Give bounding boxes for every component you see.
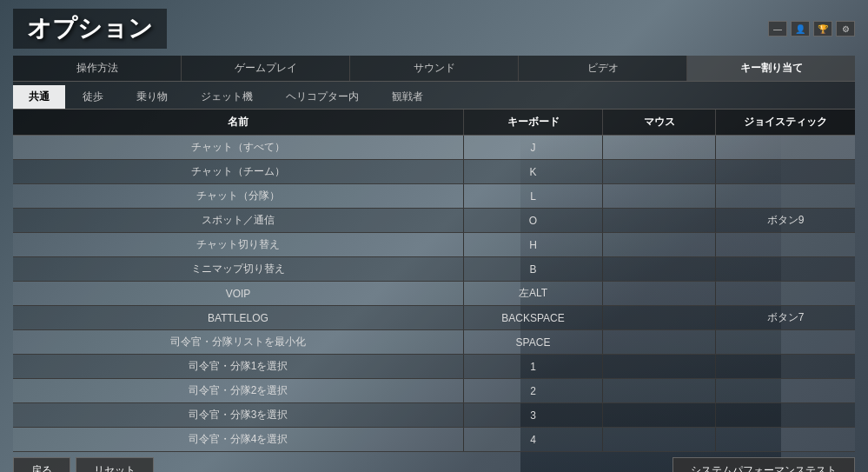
cell-keyboard[interactable]: 2 (464, 379, 603, 402)
cell-joystick[interactable] (716, 330, 855, 354)
cell-name: 司令官・分隊4を選択 (13, 428, 464, 451)
main-tabs: 操作方法 ゲームプレイ サウンド ビデオ キー割り当て (13, 56, 855, 82)
cell-mouse[interactable] (603, 428, 716, 451)
header-mouse: マウス (603, 110, 716, 135)
cell-name: チャット（すべて） (13, 136, 464, 159)
table-row[interactable]: 司令官・分隊リストを最小化 SPACE (13, 330, 855, 355)
cell-name: VOIP (13, 282, 464, 305)
cell-mouse[interactable] (603, 330, 716, 354)
subtab-jet[interactable]: ジェット機 (185, 85, 268, 109)
cell-joystick[interactable] (716, 379, 855, 402)
subtab-spectator[interactable]: 観戦者 (376, 85, 439, 109)
header-joystick: ジョイスティック (716, 110, 855, 135)
tab-sound[interactable]: サウンド (350, 56, 519, 81)
subtab-common[interactable]: 共通 (13, 85, 65, 109)
cell-keyboard[interactable]: K (464, 160, 603, 183)
cell-mouse[interactable] (603, 209, 716, 232)
sub-tabs: 共通 徒歩 乗り物 ジェット機 ヘリコプター内 観戦者 (13, 82, 855, 110)
cell-mouse[interactable] (603, 282, 716, 305)
table-row[interactable]: チャット（チーム） K (13, 160, 855, 184)
cell-mouse[interactable] (603, 136, 716, 159)
window-controls: — 👤 🏆 ⚙ (768, 21, 855, 37)
cell-joystick[interactable]: ボタン9 (716, 209, 855, 232)
table-row[interactable]: 司令官・分隊3を選択 3 (13, 403, 855, 428)
cell-keyboard[interactable]: L (464, 184, 603, 208)
performance-test-button[interactable]: システムパフォーマンステスト (673, 457, 855, 472)
tab-gameplay[interactable]: ゲームプレイ (182, 56, 350, 81)
cell-name: チャット切り替え (13, 233, 464, 256)
table-row[interactable]: チャット切り替え H (13, 233, 855, 257)
reset-button[interactable]: リセット (76, 457, 154, 472)
cell-joystick[interactable] (716, 355, 855, 378)
cell-keyboard[interactable]: 1 (464, 355, 603, 378)
cell-name: 司令官・分隊2を選択 (13, 379, 464, 402)
subtab-infantry[interactable]: 徒歩 (67, 85, 119, 109)
cell-joystick[interactable] (716, 428, 855, 451)
cell-keyboard[interactable]: BACKSPACE (464, 306, 603, 329)
header-keyboard: キーボード (464, 110, 603, 135)
cell-name: 司令官・分隊1を選択 (13, 355, 464, 378)
cell-name: ミニマップ切り替え (13, 257, 464, 281)
main-overlay: オプション — 👤 🏆 ⚙ 操作方法 ゲームプレイ サウンド ビデオ キー割り当… (0, 0, 868, 472)
table-row[interactable]: BATTLELOG BACKSPACE ボタン7 (13, 306, 855, 330)
cell-joystick[interactable]: ボタン7 (716, 306, 855, 329)
cell-mouse[interactable] (603, 403, 716, 427)
cell-keyboard[interactable]: B (464, 257, 603, 281)
cell-joystick[interactable] (716, 184, 855, 208)
cell-joystick[interactable] (716, 233, 855, 256)
table-header: 名前 キーボード マウス ジョイスティック (13, 110, 855, 136)
table-row[interactable]: 司令官・分隊4を選択 4 (13, 428, 855, 452)
subtab-vehicle[interactable]: 乗り物 (121, 85, 183, 109)
table-row[interactable]: ミニマップ切り替え B (13, 257, 855, 282)
cell-mouse[interactable] (603, 160, 716, 183)
subtab-helicopter[interactable]: ヘリコプター内 (270, 85, 374, 109)
cell-joystick[interactable] (716, 257, 855, 281)
cell-name: 司令官・分隊3を選択 (13, 403, 464, 427)
tab-controls[interactable]: 操作方法 (13, 56, 182, 81)
cell-name: チャット（チーム） (13, 160, 464, 183)
cell-keyboard[interactable]: O (464, 209, 603, 232)
cell-mouse[interactable] (603, 379, 716, 402)
cell-name: チャット（分隊） (13, 184, 464, 208)
cell-keyboard[interactable]: H (464, 233, 603, 256)
footer-right: システムパフォーマンステスト (673, 457, 855, 472)
cell-mouse[interactable] (603, 257, 716, 281)
profile-button[interactable]: 👤 (791, 21, 810, 37)
cell-keyboard[interactable]: J (464, 136, 603, 159)
footer-left-buttons: 戻る リセット (13, 457, 154, 472)
trophy-button[interactable]: 🏆 (813, 21, 832, 37)
table-row[interactable]: チャット（分隊） L (13, 184, 855, 209)
cell-joystick[interactable] (716, 403, 855, 427)
cell-mouse[interactable] (603, 306, 716, 329)
table-row[interactable]: スポット／通信 O ボタン9 (13, 209, 855, 233)
keybind-table: 名前 キーボード マウス ジョイスティック チャット（すべて） J チャット（チ… (13, 110, 855, 452)
cell-mouse[interactable] (603, 233, 716, 256)
tab-video[interactable]: ビデオ (519, 56, 687, 81)
cell-mouse[interactable] (603, 355, 716, 378)
page-title: オプション (13, 9, 167, 49)
cell-mouse[interactable] (603, 184, 716, 208)
table-row[interactable]: 司令官・分隊2を選択 2 (13, 379, 855, 403)
cell-keyboard[interactable]: 3 (464, 403, 603, 427)
footer: 戻る リセット システムパフォーマンステスト (13, 452, 855, 472)
cell-joystick[interactable] (716, 136, 855, 159)
table-body: チャット（すべて） J チャット（チーム） K チャット（分隊） L スポット／… (13, 136, 855, 452)
cell-joystick[interactable] (716, 282, 855, 305)
table-row[interactable]: 司令官・分隊1を選択 1 (13, 355, 855, 379)
cell-name: スポット／通信 (13, 209, 464, 232)
cell-joystick[interactable] (716, 160, 855, 183)
minimize-button[interactable]: — (768, 21, 787, 37)
cell-keyboard[interactable]: SPACE (464, 330, 603, 354)
table-row[interactable]: VOIP 左ALT (13, 282, 855, 306)
tab-keybinding[interactable]: キー割り当て (687, 56, 855, 81)
table-row[interactable]: チャット（すべて） J (13, 136, 855, 160)
header-name: 名前 (13, 110, 464, 135)
cell-name: 司令官・分隊リストを最小化 (13, 330, 464, 354)
cell-name: BATTLELOG (13, 306, 464, 329)
cell-keyboard[interactable]: 4 (464, 428, 603, 451)
settings-button[interactable]: ⚙ (836, 21, 855, 37)
title-bar: オプション — 👤 🏆 ⚙ (13, 9, 855, 49)
cell-keyboard[interactable]: 左ALT (464, 282, 603, 305)
back-button[interactable]: 戻る (13, 457, 70, 472)
